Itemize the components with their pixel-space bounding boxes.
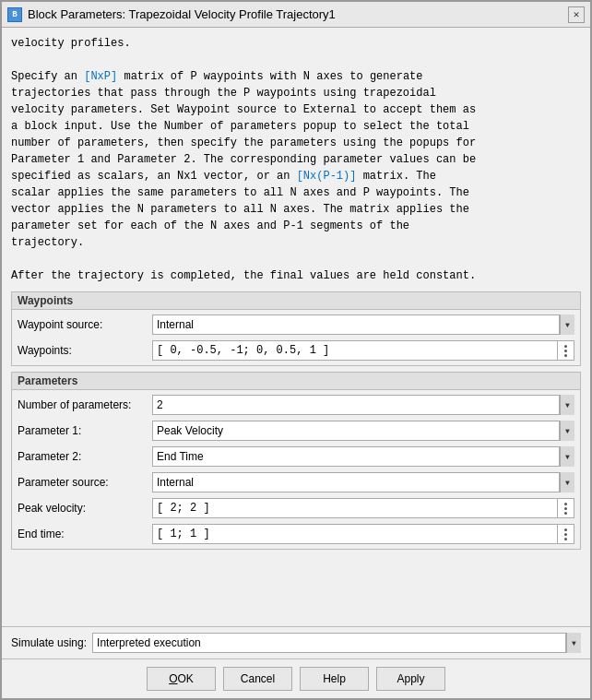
- parameters-header: Parameters: [12, 373, 580, 390]
- highlight-matrix: [Nx(P-1)]: [297, 170, 357, 183]
- bottom-buttons: OOK Cancel Help Apply: [2, 658, 590, 698]
- menu-dot3: [564, 354, 567, 357]
- waypoints-input-container: [152, 340, 574, 361]
- num-params-label: Number of parameters:: [18, 398, 147, 411]
- simulate-value: Interpreted execution: [97, 636, 562, 649]
- param1-value: Peak Velocity: [157, 424, 555, 437]
- waypoint-source-arrow[interactable]: ▼: [560, 314, 574, 335]
- cancel-label: Cancel: [241, 672, 275, 685]
- peak-velocity-input[interactable]: [152, 498, 558, 518]
- waypoint-source-row: Waypoint source: Internal ▼: [18, 314, 574, 336]
- ok-button[interactable]: OOK: [147, 667, 216, 691]
- waypoints-menu-btn[interactable]: [558, 340, 574, 361]
- et-dot3: [564, 538, 567, 540]
- content-area: velocity profiles. Specify an [NxP] matr…: [2, 28, 590, 626]
- param2-row: Parameter 2: End Time ▼: [18, 445, 574, 468]
- waypoints-section: Waypoints Waypoint source: Internal ▼: [11, 291, 581, 366]
- simulate-input[interactable]: Interpreted execution: [92, 633, 566, 653]
- peak-velocity-container: [152, 498, 574, 518]
- pv-dot2: [564, 507, 567, 510]
- title-bar-left: B Block Parameters: Trapezoidal Velocity…: [7, 7, 336, 22]
- menu-dot1: [564, 345, 567, 348]
- waypoint-source-value: Internal: [157, 318, 555, 331]
- waypoints-header: Waypoints: [12, 292, 580, 310]
- description-text: velocity profiles. Specify an [NxP] matr…: [11, 35, 581, 284]
- waypoint-source-control: Internal ▼: [152, 314, 574, 335]
- end-time-input[interactable]: [152, 524, 558, 544]
- help-button[interactable]: Help: [300, 667, 369, 691]
- pv-dot3: [564, 512, 567, 515]
- apply-label: Apply: [397, 672, 424, 685]
- et-dot2: [564, 533, 567, 536]
- desc-paragraph1: Specify an [NxP] matrix of P waypoints w…: [11, 70, 476, 249]
- param-source-input[interactable]: Internal: [152, 472, 560, 492]
- menu-dot2: [564, 350, 567, 352]
- apply-button[interactable]: Apply: [376, 667, 445, 691]
- help-label: Help: [323, 672, 346, 685]
- peak-velocity-control: [152, 498, 574, 518]
- param1-arrow[interactable]: ▼: [560, 421, 574, 441]
- desc-line1: velocity profiles.: [11, 37, 131, 50]
- peak-velocity-label: Peak velocity:: [18, 502, 147, 515]
- param2-dropdown[interactable]: End Time ▼: [152, 446, 574, 467]
- waypoint-source-dropdown[interactable]: Internal ▼: [152, 314, 574, 335]
- main-window: B Block Parameters: Trapezoidal Velocity…: [0, 0, 592, 700]
- end-time-control: [152, 524, 574, 544]
- end-time-menu-btn[interactable]: [558, 524, 574, 544]
- waypoint-source-label: Waypoint source:: [18, 318, 147, 331]
- param1-dropdown[interactable]: Peak Velocity ▼: [152, 421, 574, 441]
- simulate-row: Simulate using: Interpreted execution ▼: [2, 626, 590, 658]
- window-title: Block Parameters: Trapezoidal Velocity P…: [28, 7, 336, 21]
- simulate-dropdown[interactable]: Interpreted execution ▼: [92, 633, 581, 653]
- simulate-label: Simulate using:: [11, 636, 87, 649]
- param-source-control: Internal ▼: [152, 472, 574, 492]
- param1-control: Peak Velocity ▼: [152, 421, 574, 441]
- peak-velocity-menu-btn[interactable]: [558, 498, 574, 518]
- param1-label: Parameter 1:: [18, 424, 147, 437]
- pv-dot1: [564, 503, 567, 505]
- param-source-arrow[interactable]: ▼: [560, 472, 574, 492]
- param-source-value: Internal: [157, 476, 555, 489]
- param1-row: Parameter 1: Peak Velocity ▼: [18, 420, 574, 442]
- param-source-label: Parameter source:: [18, 476, 147, 489]
- waypoints-row: Waypoints:: [18, 339, 574, 362]
- param1-input[interactable]: Peak Velocity: [152, 421, 560, 441]
- highlight-nxp: [NxP]: [84, 70, 117, 83]
- waypoints-body: Waypoint source: Internal ▼ Waypoints:: [12, 310, 580, 365]
- peak-velocity-row: Peak velocity:: [18, 497, 574, 519]
- title-bar: B Block Parameters: Trapezoidal Velocity…: [2, 2, 590, 28]
- param2-input[interactable]: End Time: [152, 446, 560, 467]
- close-button[interactable]: ✕: [568, 6, 585, 23]
- waypoints-label: Waypoints:: [18, 344, 147, 357]
- num-params-dropdown[interactable]: 2 ▼: [152, 395, 574, 415]
- et-dot1: [564, 528, 567, 531]
- cancel-button[interactable]: Cancel: [223, 667, 292, 691]
- end-time-container: [152, 524, 574, 544]
- num-params-arrow[interactable]: ▼: [560, 395, 574, 415]
- num-params-control: 2 ▼: [152, 395, 574, 415]
- waypoint-source-input[interactable]: Internal: [152, 314, 560, 335]
- param-source-row: Parameter source: Internal ▼: [18, 471, 574, 493]
- param2-arrow[interactable]: ▼: [560, 446, 574, 467]
- num-params-row: Number of parameters: 2 ▼: [18, 394, 574, 416]
- simulate-arrow[interactable]: ▼: [566, 633, 581, 653]
- parameters-section: Parameters Number of parameters: 2 ▼: [11, 372, 581, 550]
- num-params-value: 2: [157, 398, 555, 411]
- desc-paragraph2: After the trajectory is completed, the f…: [11, 269, 476, 282]
- num-params-input[interactable]: 2: [152, 395, 560, 415]
- parameters-body: Number of parameters: 2 ▼ Parameter 1:: [12, 390, 580, 549]
- end-time-label: End time:: [18, 528, 147, 540]
- param2-label: Parameter 2:: [18, 450, 147, 463]
- param2-control: End Time ▼: [152, 446, 574, 467]
- end-time-row: End time:: [18, 523, 574, 545]
- window-icon: B: [7, 7, 22, 22]
- waypoints-input[interactable]: [152, 340, 558, 361]
- ok-label: OOK: [169, 672, 194, 685]
- param2-value: End Time: [157, 450, 555, 463]
- param-source-dropdown[interactable]: Internal ▼: [152, 472, 574, 492]
- waypoints-control: [152, 340, 574, 361]
